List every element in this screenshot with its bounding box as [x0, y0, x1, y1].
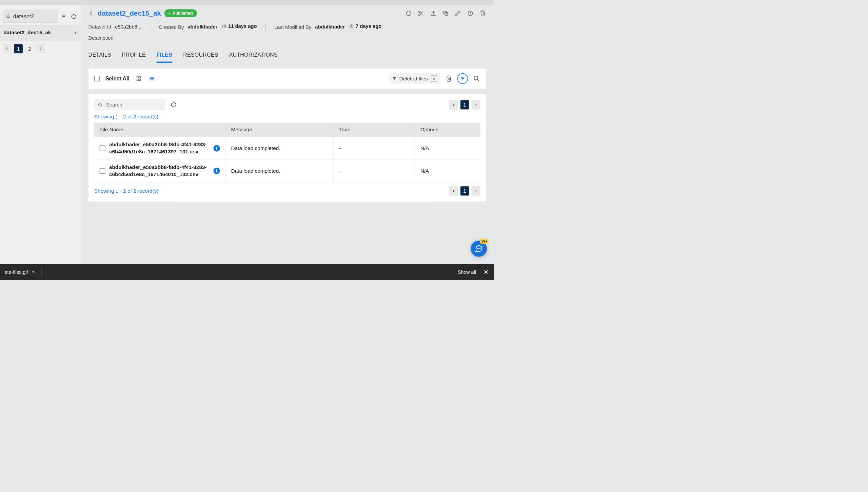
files-search-box[interactable] [94, 99, 166, 111]
grid-view-button[interactable] [135, 75, 143, 82]
help-chat-button[interactable]: 99+ [471, 241, 487, 257]
file-tags: - [334, 137, 415, 159]
toolbar-filter-button[interactable] [457, 73, 468, 84]
sidebar-page-1[interactable]: 1 [14, 44, 23, 53]
column-filename[interactable]: File Name [94, 122, 225, 137]
row-checkbox[interactable] [100, 168, 105, 174]
sidebar-item-dataset[interactable]: dataset2_dec15_ak [0, 25, 81, 41]
toolbar-search-button[interactable] [473, 75, 480, 82]
files-page-prev[interactable] [449, 100, 458, 109]
back-button[interactable] [88, 11, 94, 16]
svg-rect-19 [139, 77, 140, 78]
sidebar-search-input[interactable] [13, 14, 54, 20]
records-count-top: Showing 1 - 2 of 2 record(s) [94, 114, 480, 120]
svg-rect-18 [137, 77, 138, 78]
history-icon [467, 10, 473, 16]
svg-point-36 [477, 248, 478, 248]
tab-resources[interactable]: RESOURCES [183, 52, 218, 63]
chevron-right-icon [474, 103, 478, 107]
list-view-button[interactable] [148, 75, 156, 82]
sidebar-page-2[interactable]: 2 [25, 44, 34, 53]
row-checkbox[interactable] [100, 145, 105, 151]
chevron-left-icon [452, 103, 455, 107]
help-badge: 99+ [480, 239, 489, 244]
info-icon[interactable]: i [213, 145, 220, 151]
filter-icon [392, 76, 397, 81]
status-badge: Published [164, 9, 197, 17]
edit-button[interactable] [455, 10, 461, 17]
filter-chip-deleted-files[interactable]: Deleted files ✕ [389, 73, 440, 84]
select-all-checkbox[interactable] [94, 76, 100, 81]
created-by-label: Created By [159, 24, 184, 30]
svg-point-37 [480, 248, 480, 248]
column-message[interactable]: Message [225, 122, 334, 137]
sidebar-page-next[interactable] [36, 44, 45, 53]
table-row[interactable]: abdulkhader_e50a2bb8-f8db-4f41-8283-c6b4… [94, 159, 480, 182]
window-chrome-bar [0, 0, 494, 5]
tab-profile[interactable]: PROFILE [122, 52, 146, 63]
files-pagination-top: 1 [449, 100, 480, 109]
download-close[interactable]: ✕ [484, 268, 489, 276]
created-by-value: abdulkhader [188, 24, 217, 30]
info-icon[interactable]: i [213, 168, 220, 174]
header-actions [405, 10, 486, 17]
chevron-right-icon [474, 189, 478, 193]
history-button[interactable] [467, 10, 474, 17]
svg-point-6 [419, 14, 420, 16]
file-name: abdulkhader_e50a2bb8-f8db-4f41-8283-c6b4… [109, 164, 210, 178]
modified-by-label: Last Modified By [274, 24, 311, 30]
refresh-icon [171, 102, 177, 108]
refresh-button[interactable] [405, 10, 412, 17]
download-show-all[interactable]: Show all [458, 269, 476, 275]
files-pagination-bottom: 1 [449, 186, 480, 195]
chevron-up-icon [31, 270, 36, 274]
pencil-icon [455, 10, 461, 16]
chevron-left-icon [5, 47, 9, 50]
svg-line-32 [477, 79, 479, 81]
tab-details[interactable]: DETAILS [88, 52, 111, 63]
svg-point-33 [99, 103, 101, 106]
files-page-1[interactable]: 1 [460, 186, 469, 195]
files-page-prev[interactable] [449, 186, 458, 195]
files-page-next[interactable] [472, 186, 480, 195]
sidebar-refresh-button[interactable] [70, 13, 78, 21]
select-all-label: Select All [105, 75, 130, 81]
files-search-input[interactable] [106, 102, 162, 108]
status-badge-label: Published [173, 11, 193, 16]
records-count-bottom: Showing 1 - 2 of 2 record(s) [94, 188, 159, 194]
file-options: N/A [415, 159, 480, 182]
upload-button[interactable] [430, 10, 437, 17]
upload-icon [430, 10, 436, 16]
svg-point-0 [7, 15, 9, 17]
column-options[interactable]: Options [415, 122, 480, 137]
sidebar: dataset2_dec15_ak 1 2 [0, 5, 81, 265]
sidebar-page-prev[interactable] [3, 44, 12, 53]
column-tags[interactable]: Tags [334, 122, 415, 137]
sidebar-filter-button[interactable] [60, 13, 67, 21]
svg-point-31 [474, 76, 478, 80]
meta-row: Dataset Id e50a2bb8... Created By abdulk… [88, 23, 486, 31]
cut-button[interactable] [417, 10, 424, 17]
copy-button[interactable] [442, 10, 449, 17]
tab-files[interactable]: FILES [157, 52, 173, 63]
chevron-right-icon [73, 31, 77, 35]
sidebar-pagination: 1 2 [0, 40, 81, 57]
svg-rect-21 [139, 79, 140, 80]
download-item[interactable]: ete-files.gif [0, 264, 40, 280]
svg-point-35 [479, 248, 479, 248]
filter-chip-remove[interactable]: ✕ [431, 75, 437, 82]
delete-button[interactable] [479, 10, 486, 17]
modified-by-value: abdulkhader [315, 24, 345, 30]
files-page-1[interactable]: 1 [460, 100, 469, 109]
sidebar-search-box[interactable] [3, 11, 58, 23]
table-row[interactable]: abdulkhader_e50a2bb8-f8db-4f41-8283-c6b4… [94, 137, 480, 159]
tab-authorizations[interactable]: AUTHORIZATIONS [229, 52, 278, 63]
search-icon [6, 14, 11, 19]
divider [150, 23, 150, 31]
files-page-next[interactable] [472, 100, 480, 109]
sidebar-item-label: dataset2_dec15_ak [3, 30, 51, 36]
scissors-icon [418, 10, 424, 16]
files-refresh-button[interactable] [170, 101, 178, 109]
created-ago: 11 days ago [228, 23, 257, 29]
toolbar-delete-button[interactable] [445, 75, 453, 82]
